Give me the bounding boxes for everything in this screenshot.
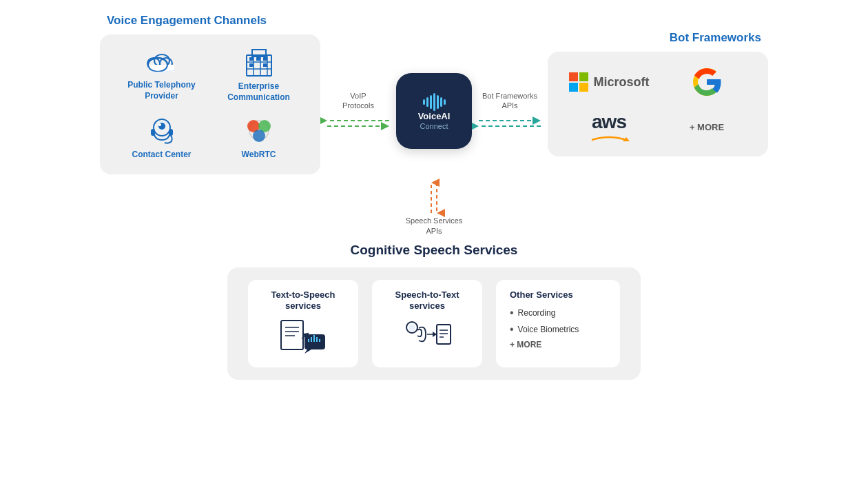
aws-text: aws (592, 111, 626, 133)
css-item-tts: Text-to-Speechservices (248, 280, 358, 368)
more-text: + MORE (690, 122, 724, 132)
microsoft-text: Microsoft (594, 75, 650, 90)
google-icon (690, 65, 723, 99)
bf-title: Bot Frameworks (670, 31, 768, 45)
other-biometrics-row: • Voice Biometrics (510, 323, 606, 336)
svg-rect-51 (437, 325, 451, 344)
speech-services-label: Speech ServicesAPIs (406, 216, 463, 237)
enterprise-label: EnterpriseCommunication (227, 81, 290, 103)
vec-box: Public TelephonyProvider (100, 34, 320, 174)
svg-rect-15 (263, 57, 267, 61)
top-section: Voice Engagement Channels Public Telepho… (0, 0, 868, 174)
svg-rect-16 (249, 63, 254, 67)
voiceai-box: VoiceAI Connect (396, 73, 472, 149)
bf-box: Microsoft aws (548, 52, 768, 156)
tts-title: Text-to-Speechservices (271, 290, 335, 313)
other-biometrics: Voice Biometrics (518, 325, 579, 334)
ms-green (579, 72, 588, 81)
css-box: Text-to-Speechservices (227, 267, 641, 380)
bottom-section: Cognitive Speech Services Text-to-Speech… (0, 243, 868, 380)
bf-item-aws: aws (567, 111, 651, 143)
svg-rect-20 (151, 129, 155, 136)
webrtc-icon (241, 115, 277, 145)
bf-item-more: + MORE (665, 122, 749, 132)
other-more: + MORE (510, 340, 606, 349)
ms-yellow (579, 83, 588, 92)
other-recording-row: • Recording (510, 307, 606, 319)
css-item-other: Other Services • Recording • Voice Biome… (496, 280, 620, 368)
svg-rect-35 (281, 321, 303, 349)
vec-item-contact-center: Contact Center (116, 115, 207, 161)
stt-title: Speech-to-Textservices (395, 290, 459, 313)
stt-icon (402, 319, 452, 358)
right-arrow-area: Bot FrameworksAPIs (472, 91, 548, 132)
vec-panel: Voice Engagement Channels Public Telepho… (100, 14, 320, 174)
bf-panel: Bot Frameworks Microsoft (548, 31, 768, 156)
svg-rect-21 (169, 129, 173, 136)
aws-arrow-icon (588, 133, 630, 143)
vec-item-enterprise: EnterpriseCommunication (214, 48, 304, 103)
other-recording: Recording (518, 308, 556, 318)
bullet-recording: • (510, 307, 514, 319)
other-title: Other Services (510, 290, 606, 300)
ms-blue (569, 83, 578, 92)
right-arrow-svg (472, 115, 548, 132)
svg-point-48 (409, 324, 415, 331)
bullet-biometrics: • (510, 323, 514, 336)
bf-item-microsoft: Microsoft (567, 72, 651, 92)
svg-marker-40 (304, 349, 311, 354)
voip-label: VoIPProtocols (342, 91, 374, 111)
css-title: Cognitive Speech Services (351, 243, 518, 258)
cloud-icon (144, 48, 180, 76)
svg-rect-13 (249, 57, 254, 61)
svg-point-27 (253, 130, 265, 142)
vertical-arrow-svg (413, 177, 455, 219)
bf-item-google (665, 65, 749, 99)
aws-logo: aws (588, 111, 630, 143)
microsoft-grid-icon (569, 72, 588, 92)
microsoft-logo: Microsoft (569, 72, 650, 92)
bot-frameworks-label: Bot FrameworksAPIs (482, 91, 537, 111)
diagram-container: Voice Engagement Channels Public Telepho… (0, 0, 868, 477)
contact-center-label: Contact Center (132, 150, 191, 161)
svg-point-23 (158, 123, 161, 126)
vec-title: Voice Engagement Channels (100, 14, 267, 28)
webrtc-label: WebRTC (242, 150, 276, 161)
telephony-label: Public TelephonyProvider (127, 80, 195, 101)
voiceai-center: VoiceAI Connect (396, 73, 472, 149)
vec-item-webrtc: WebRTC (214, 115, 304, 161)
left-arrow-svg (320, 115, 396, 132)
building-icon (242, 48, 276, 77)
svg-rect-17 (263, 63, 267, 67)
voiceai-title: VoiceAI (418, 112, 451, 121)
waveform-icon (423, 92, 446, 112)
ms-red (569, 72, 578, 81)
svg-rect-14 (256, 57, 260, 61)
tts-icon (278, 319, 328, 358)
headset-icon (144, 115, 180, 145)
left-arrow-area: VoIPProtocols (320, 91, 396, 132)
css-item-stt: Speech-to-Textservices (372, 280, 482, 368)
vec-item-telephony: Public TelephonyProvider (116, 48, 207, 103)
vertical-connector: Speech ServicesAPIs (406, 177, 463, 237)
voiceai-subtitle: Connect (420, 122, 448, 130)
